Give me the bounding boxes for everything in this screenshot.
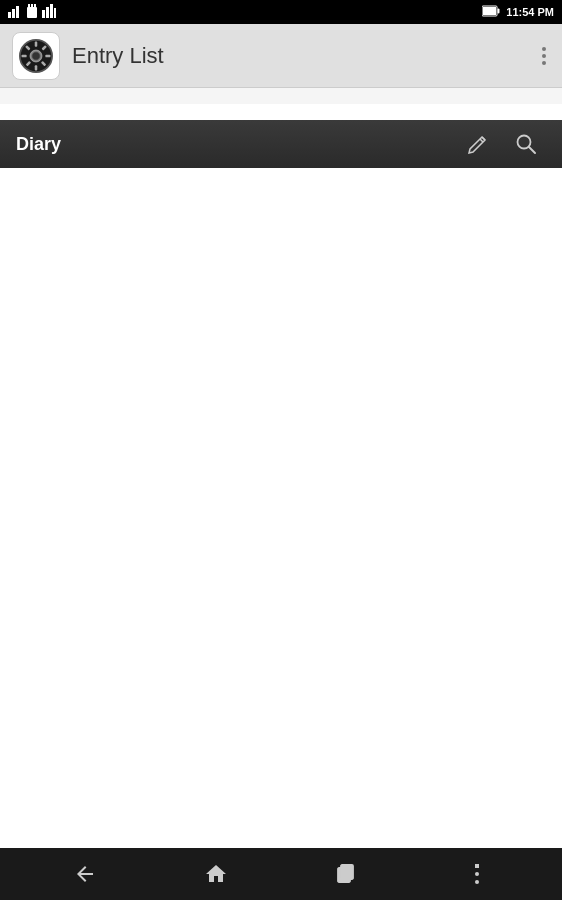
svg-rect-17 (35, 65, 38, 70)
svg-rect-9 (50, 4, 53, 18)
sd-icon (26, 4, 38, 20)
search-button[interactable] (506, 124, 546, 164)
svg-rect-10 (54, 8, 56, 18)
svg-rect-29 (341, 865, 353, 879)
svg-rect-19 (45, 54, 50, 57)
nav-dot-2 (475, 872, 479, 876)
nav-home-button[interactable] (192, 850, 240, 898)
nav-more-button[interactable] (453, 850, 501, 898)
battery-icon (482, 5, 500, 19)
status-time: 11:54 PM (506, 6, 554, 18)
app-bar: Entry List (0, 24, 562, 88)
app-icon (12, 32, 60, 80)
svg-rect-4 (28, 4, 30, 9)
app-bar-left: Entry List (12, 32, 164, 80)
overflow-dot-1 (542, 47, 546, 51)
app-bar-right (538, 39, 550, 73)
svg-rect-18 (22, 54, 27, 57)
svg-rect-7 (42, 10, 45, 18)
svg-line-25 (480, 139, 483, 142)
status-bar: 11:54 PM (0, 0, 562, 24)
section-title: Diary (16, 134, 61, 155)
svg-rect-8 (46, 7, 49, 18)
overflow-dot-3 (542, 61, 546, 65)
svg-rect-0 (8, 12, 11, 18)
signal-icon (8, 4, 22, 20)
svg-rect-16 (35, 41, 38, 46)
app-title: Entry List (72, 43, 164, 69)
svg-rect-13 (483, 7, 496, 15)
status-icons-left (8, 4, 56, 20)
svg-line-27 (529, 147, 535, 153)
edit-button[interactable] (458, 124, 498, 164)
section-actions (458, 124, 546, 164)
svg-point-24 (32, 51, 41, 60)
section-header: Diary (0, 120, 562, 168)
svg-rect-2 (16, 6, 19, 18)
svg-rect-5 (31, 4, 33, 9)
chart-icon (42, 4, 56, 20)
nav-back-button[interactable] (61, 850, 109, 898)
svg-rect-6 (34, 4, 36, 8)
svg-rect-12 (498, 9, 500, 14)
nav-dot-3 (475, 880, 479, 884)
nav-dot-1 (475, 864, 479, 868)
svg-rect-1 (12, 9, 15, 18)
overflow-dot-2 (542, 54, 546, 58)
overflow-menu-button[interactable] (538, 39, 550, 73)
content-area (0, 168, 562, 864)
nav-recents-button[interactable] (322, 850, 370, 898)
status-icons-right: 11:54 PM (482, 5, 554, 19)
gap-area (0, 88, 562, 104)
nav-bar (0, 848, 562, 900)
